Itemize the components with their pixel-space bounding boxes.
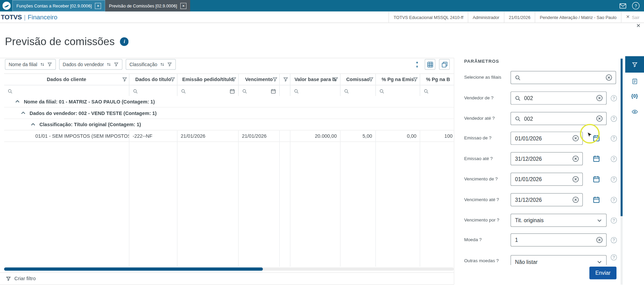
mail-button[interactable]	[616, 0, 629, 12]
clear-icon[interactable]	[572, 196, 579, 204]
vendedor-de-lookup-input[interactable]: 002	[511, 92, 607, 105]
help-icon[interactable]: ?	[611, 115, 617, 121]
help-icon[interactable]: ?	[611, 95, 617, 101]
column-header-comissao[interactable]: Comissao	[340, 74, 376, 85]
column-filter-input[interactable]	[340, 85, 376, 97]
table-cell[interactable]: 20.000,00	[290, 131, 340, 142]
tab-close-icon[interactable]: ✕	[180, 3, 186, 9]
group-row-classificacao[interactable]: Classificação: Título original (Contagem…	[4, 119, 454, 131]
table-cell[interactable]: 0,00	[376, 131, 419, 142]
column-filter-input[interactable]	[4, 85, 129, 97]
group-chip-dados-do-vendedor[interactable]: Dados do vendedor	[59, 59, 123, 70]
sidebar-report-button[interactable]	[629, 76, 640, 86]
calendar-icon[interactable]	[593, 196, 600, 204]
create-filter-link[interactable]: Criar filtro	[14, 276, 36, 282]
clear-icon[interactable]	[596, 115, 603, 122]
collapse-icon[interactable]	[20, 110, 26, 116]
group-chip-nome-da-filial[interactable]: Nome da filial	[5, 59, 56, 70]
group-row-filial[interactable]: Nome da filial: 01 - MATRIZ - SAO PAULO …	[4, 96, 454, 108]
logout-button[interactable]: ✕ Sair	[621, 12, 644, 23]
column-header-pg-na-emis[interactable]: % Pg na Emis	[376, 74, 420, 85]
table-cell[interactable]: -222--NF	[129, 131, 177, 142]
clear-icon[interactable]	[605, 74, 612, 81]
tab-close-icon[interactable]: ✕	[95, 3, 101, 9]
vencimento-ate-date-input[interactable]: 31/12/2026	[511, 193, 583, 207]
tab-previsao-de-comissoes[interactable]: Previsão de Comissões [02.9.0006] ✕	[105, 0, 190, 12]
column-filter-input[interactable]	[239, 85, 280, 97]
enviar-button[interactable]: Enviar	[589, 267, 616, 279]
help-icon[interactable]: ?	[611, 156, 617, 162]
calendar-icon[interactable]	[230, 89, 235, 94]
column-header-dados-do-cliente[interactable]: Dados do cliente	[4, 74, 129, 85]
table-cell[interactable]: 100	[420, 131, 454, 142]
help-icon[interactable]: ?	[611, 135, 617, 141]
filter-icon[interactable]	[283, 77, 288, 82]
column-header-pg-na-baixa[interactable]: % Pg na B	[420, 74, 454, 85]
column-header-valor-base-para-baixa[interactable]: Valor base para baixa	[290, 74, 341, 85]
help-icon[interactable]: ?	[611, 197, 617, 203]
column-manager-button[interactable]	[439, 59, 450, 70]
clear-icon[interactable]	[572, 135, 579, 142]
calendar-icon[interactable]	[271, 89, 276, 94]
table-cell[interactable]: 21/01/2026	[239, 131, 280, 142]
column-header-empty[interactable]	[280, 74, 290, 85]
vencimento-de-date-input[interactable]: 01/01/2026	[511, 173, 583, 186]
filter-icon[interactable]	[114, 62, 119, 67]
group-row-vendedor[interactable]: Dados do vendedor: 002 - VEND TESTE (Con…	[4, 108, 454, 119]
help-icon[interactable]: ?	[611, 217, 617, 223]
tab-funcoes-contas-a-receber[interactable]: Funções Contas a Receber [02.9.0006] ✕	[12, 0, 105, 12]
info-icon[interactable]: i	[120, 37, 129, 46]
filter-icon[interactable]	[167, 62, 172, 67]
column-filter-input[interactable]	[177, 85, 238, 97]
vendedor-ate-lookup-input[interactable]: 002	[511, 112, 607, 125]
column-filter-input[interactable]	[290, 85, 341, 97]
export-button[interactable]	[425, 59, 435, 70]
sidebar-preview-button[interactable]	[629, 106, 640, 117]
params-scrollbar-thumb[interactable]	[621, 59, 623, 216]
filter-icon[interactable]	[333, 77, 339, 82]
group-chip-classificacao[interactable]: Classificação	[126, 59, 176, 70]
clear-icon[interactable]	[596, 95, 603, 102]
filter-icon[interactable]	[413, 77, 418, 82]
calendar-icon[interactable]	[593, 176, 600, 183]
column-header-vencimento[interactable]: Vencimento	[239, 74, 280, 85]
clear-icon[interactable]	[572, 155, 579, 162]
clear-icon[interactable]	[572, 176, 579, 183]
table-cell[interactable]	[280, 131, 290, 142]
filter-icon[interactable]	[272, 77, 278, 82]
calendar-icon[interactable]	[593, 155, 600, 162]
emissao-ate-date-input[interactable]: 31/12/2026	[511, 152, 583, 166]
emissao-de-date-input[interactable]: 01/01/2026	[511, 132, 583, 145]
help-icon[interactable]: ?	[611, 237, 617, 243]
vencimento-por-select[interactable]: Tit. originais	[511, 214, 607, 227]
horizontal-scrollbar-thumb[interactable]	[4, 267, 263, 271]
collapse-icon[interactable]	[15, 99, 20, 104]
filter-icon[interactable]	[47, 62, 52, 67]
collapse-icon[interactable]	[30, 122, 36, 127]
help-button[interactable]: ?	[629, 0, 642, 12]
sidebar-variables-button[interactable]: {0}	[629, 91, 640, 101]
help-icon[interactable]: ?	[611, 176, 617, 182]
params-scrollbar	[621, 58, 623, 285]
app-header: TOTVS | Financeiro TOTVS Educacional MSS…	[0, 12, 644, 23]
column-filter-input[interactable]	[129, 85, 177, 97]
outras-moedas-select[interactable]: Não listar	[511, 255, 607, 265]
filter-icon[interactable]	[231, 77, 237, 82]
filter-icon[interactable]	[369, 77, 374, 82]
column-header-emissao-pedido-titulo[interactable]: Emissão pedido/título	[177, 74, 238, 85]
table-cell[interactable]: 01/01 - SEM IMPOSTOS (SEM IMPOSTOS)	[4, 131, 129, 142]
close-program-icon[interactable]: ✕	[636, 23, 641, 29]
clear-icon[interactable]	[596, 236, 603, 244]
table-cell[interactable]: 5,00	[340, 131, 375, 142]
filter-icon[interactable]	[170, 77, 176, 82]
filiais-lookup-input[interactable]	[511, 71, 616, 84]
column-header-dados-do-titulo[interactable]: Dados do título	[129, 74, 177, 85]
filter-icon[interactable]	[122, 77, 127, 82]
column-filter-input[interactable]	[420, 85, 454, 97]
table-cell[interactable]: 21/01/2026	[177, 131, 238, 142]
help-icon[interactable]: ?	[611, 254, 617, 261]
moeda-input[interactable]: 1	[511, 233, 607, 247]
expand-collapse-button[interactable]	[413, 59, 421, 70]
sidebar-filter-button-active[interactable]	[625, 56, 644, 73]
column-filter-input[interactable]	[376, 85, 420, 97]
